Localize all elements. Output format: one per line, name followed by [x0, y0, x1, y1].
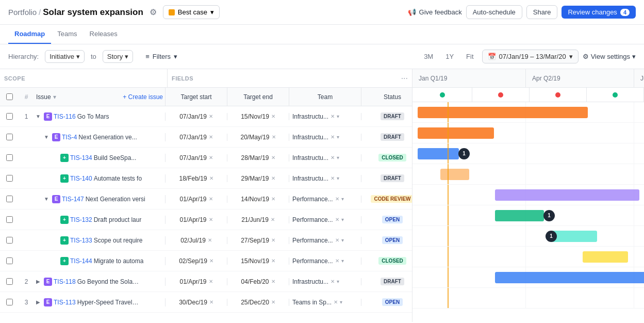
row-checkbox[interactable]: [6, 196, 13, 202]
team-chevron-button[interactable]: ▾: [337, 175, 339, 181]
create-issue-button[interactable]: + Create issue: [123, 93, 163, 101]
row-checkbox[interactable]: [6, 113, 13, 120]
tab-roadmap[interactable]: Roadmap: [8, 25, 51, 44]
period-1y-button[interactable]: 1Y: [441, 51, 458, 62]
select-all-checkbox-cell[interactable]: [0, 88, 19, 106]
clear-end-date-button[interactable]: ✕: [272, 134, 276, 140]
best-case-button[interactable]: Best case ▾: [163, 5, 220, 19]
clear-team-button[interactable]: ✕: [331, 114, 335, 119]
feedback-button[interactable]: 📢 Give feedback: [408, 8, 462, 16]
clear-team-button[interactable]: ✕: [331, 175, 335, 181]
clear-start-date-button[interactable]: ✕: [209, 217, 213, 222]
clear-start-date-button[interactable]: ✕: [209, 134, 213, 140]
gantt-bar[interactable]: [495, 189, 639, 201]
row-checkbox-cell[interactable]: [0, 299, 19, 305]
clear-end-date-button[interactable]: ✕: [271, 155, 275, 160]
tab-releases[interactable]: Releases: [84, 25, 124, 44]
clear-end-date-button[interactable]: ✕: [271, 237, 275, 243]
settings-icon[interactable]: ⚙: [147, 5, 159, 19]
clear-end-date-button[interactable]: ✕: [271, 258, 275, 264]
clear-team-button[interactable]: ✕: [335, 196, 339, 202]
row-checkbox[interactable]: [6, 237, 13, 244]
team-chevron-button[interactable]: ▾: [337, 114, 339, 119]
hierarchy-from-select[interactable]: Initiative ▾: [45, 50, 85, 63]
issue-key[interactable]: TIS-4: [62, 134, 77, 141]
team-chevron-button[interactable]: ▾: [341, 258, 344, 264]
issue-key[interactable]: TIS-134: [70, 154, 92, 162]
row-checkbox-cell[interactable]: [0, 216, 19, 223]
auto-schedule-button[interactable]: Auto-schedule: [466, 5, 522, 19]
team-chevron-button[interactable]: ▾: [337, 155, 339, 160]
row-checkbox-cell[interactable]: [0, 154, 19, 161]
more-fields-button[interactable]: ···: [401, 74, 408, 83]
clear-start-date-button[interactable]: ✕: [209, 114, 213, 119]
row-checkbox-cell[interactable]: [0, 278, 19, 285]
clear-end-date-button[interactable]: ✕: [271, 175, 275, 181]
row-checkbox-cell[interactable]: [0, 257, 19, 264]
clear-team-button[interactable]: ✕: [331, 279, 335, 284]
gantt-bar[interactable]: [495, 272, 644, 283]
clear-start-date-button[interactable]: ✕: [209, 175, 213, 181]
clear-start-date-button[interactable]: ✕: [209, 196, 213, 202]
gantt-bar[interactable]: [418, 107, 588, 118]
team-chevron-button[interactable]: ▾: [341, 196, 344, 202]
team-chevron-button[interactable]: ▾: [337, 279, 339, 284]
clear-start-date-button[interactable]: ✕: [209, 299, 213, 305]
team-chevron-button[interactable]: ▾: [341, 237, 344, 243]
hierarchy-to-select[interactable]: Story ▾: [103, 50, 133, 63]
date-range-button[interactable]: 📅 07/Jan/19 – 13/Mar/20 ▾: [482, 50, 579, 63]
team-chevron-button[interactable]: ▾: [341, 217, 344, 222]
gantt-bar[interactable]: [495, 210, 544, 221]
issue-key[interactable]: TIS-118: [54, 278, 76, 285]
period-3m-button[interactable]: 3M: [420, 51, 437, 62]
row-checkbox[interactable]: [6, 278, 13, 285]
row-checkbox-cell[interactable]: [0, 134, 19, 140]
row-checkbox-cell[interactable]: [0, 113, 19, 120]
clear-start-date-button[interactable]: ✕: [209, 155, 213, 160]
clear-start-date-button[interactable]: ✕: [208, 237, 212, 243]
issue-key[interactable]: TIS-133: [70, 237, 92, 244]
clear-end-date-button[interactable]: ✕: [271, 217, 275, 222]
clear-start-date-button[interactable]: ✕: [209, 279, 213, 284]
row-checkbox[interactable]: [6, 154, 13, 161]
clear-end-date-button[interactable]: ✕: [271, 279, 275, 284]
gantt-bar[interactable]: [551, 231, 597, 242]
gantt-bar[interactable]: [583, 251, 628, 263]
row-checkbox[interactable]: [6, 299, 13, 305]
filters-button[interactable]: ≡ Filters ▾: [145, 53, 177, 60]
clear-team-button[interactable]: ✕: [335, 237, 339, 243]
clear-start-date-button[interactable]: ✕: [209, 258, 213, 264]
clear-team-button[interactable]: ✕: [335, 217, 339, 222]
clear-end-date-button[interactable]: ✕: [271, 114, 275, 119]
review-changes-button[interactable]: Review changes 4: [562, 6, 636, 19]
clear-team-button[interactable]: ✕: [331, 155, 335, 160]
expand-button[interactable]: ▶: [34, 278, 42, 286]
expand-button[interactable]: ▼: [42, 195, 51, 203]
row-checkbox-cell[interactable]: [0, 175, 19, 182]
row-checkbox[interactable]: [6, 257, 13, 264]
row-checkbox[interactable]: [6, 134, 13, 140]
select-all-checkbox[interactable]: [6, 93, 13, 100]
clear-team-button[interactable]: ✕: [334, 299, 338, 305]
row-checkbox[interactable]: [6, 175, 13, 182]
issue-key[interactable]: TIS-144: [70, 257, 92, 265]
clear-end-date-button[interactable]: ✕: [271, 196, 275, 202]
issue-key[interactable]: TIS-140: [70, 175, 92, 182]
clear-team-button[interactable]: ✕: [331, 134, 335, 140]
share-button[interactable]: Share: [526, 5, 558, 19]
issue-key[interactable]: TIS-116: [54, 113, 76, 120]
issue-key[interactable]: TIS-113: [54, 299, 76, 306]
clear-team-button[interactable]: ✕: [335, 258, 339, 264]
expand-button[interactable]: ▼: [42, 133, 51, 141]
period-fit-button[interactable]: Fit: [462, 51, 477, 62]
clear-end-date-button[interactable]: ✕: [271, 299, 275, 305]
expand-button[interactable]: ▼: [34, 112, 42, 121]
tab-teams[interactable]: Teams: [51, 25, 83, 44]
expand-button[interactable]: ▶: [34, 298, 42, 306]
issue-key[interactable]: TIS-147: [62, 196, 84, 203]
team-chevron-button[interactable]: ▾: [340, 299, 342, 305]
gantt-bar[interactable]: [418, 127, 494, 139]
row-checkbox-cell[interactable]: [0, 237, 19, 244]
gantt-bar[interactable]: [440, 169, 469, 180]
issue-key[interactable]: TIS-132: [70, 216, 92, 223]
